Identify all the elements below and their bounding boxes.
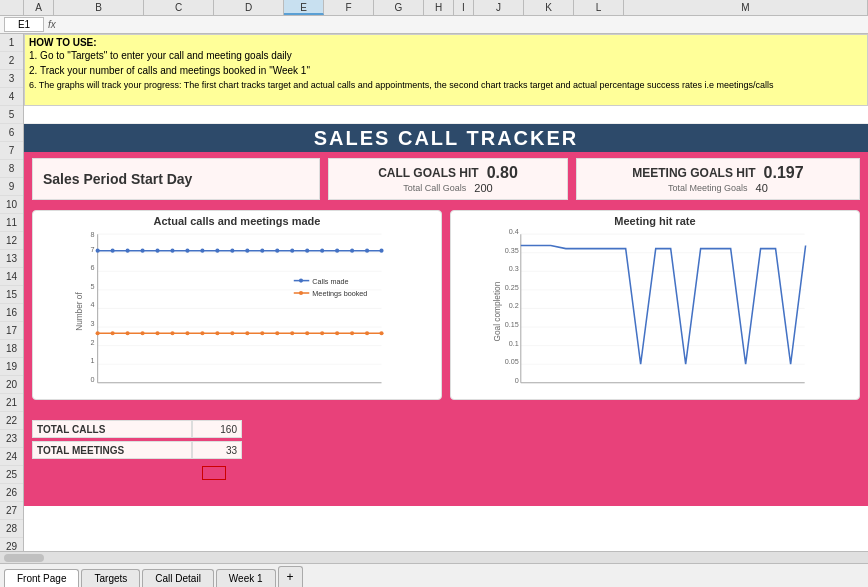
row-9: 9 [0, 178, 23, 196]
column-headers: A B C D E F G H I J K L M [0, 0, 868, 16]
svg-text:16: 16 [319, 387, 326, 389]
total-meetings-value: 33 [192, 441, 242, 459]
charts-section: Actual calls and meetings made Number of… [24, 206, 868, 406]
tab-call-detail[interactable]: Call Detail [142, 569, 214, 587]
svg-text:0.3: 0.3 [509, 264, 519, 273]
svg-text:14: 14 [289, 387, 296, 389]
howto-line-3: 6. The graphs will track your progress: … [29, 78, 863, 93]
svg-text:0.4: 0.4 [509, 229, 519, 236]
svg-point-35 [290, 249, 294, 253]
svg-text:2: 2 [534, 387, 538, 389]
tab-week1[interactable]: Week 1 [216, 569, 276, 587]
svg-point-34 [275, 249, 279, 253]
stats-section: Sales Period Start Day CALL GOALS HIT 0.… [24, 152, 868, 206]
row-4: 4 [0, 88, 23, 106]
meeting-goals-label: MEETING GOALS HIT [632, 166, 755, 180]
col-F: F [324, 0, 374, 15]
svg-point-33 [260, 249, 264, 253]
svg-text:4: 4 [141, 387, 145, 389]
svg-text:14: 14 [712, 387, 719, 389]
col-I: I [454, 0, 474, 15]
right-chart-title: Meeting hit rate [455, 215, 855, 227]
header-corner [0, 0, 24, 15]
svg-text:5: 5 [91, 282, 95, 291]
svg-point-26 [155, 249, 159, 253]
tab-targets[interactable]: Targets [81, 569, 140, 587]
row-8: 8 [0, 160, 23, 178]
svg-point-58 [335, 331, 339, 335]
svg-text:1: 1 [91, 356, 95, 365]
row-18: 18 [0, 340, 23, 358]
svg-point-87 [299, 291, 303, 295]
svg-text:9: 9 [639, 387, 643, 389]
svg-point-60 [365, 331, 369, 335]
row-27: 27 [0, 502, 23, 520]
svg-text:16: 16 [742, 387, 749, 389]
svg-text:20: 20 [802, 387, 809, 389]
svg-point-40 [365, 249, 369, 253]
col-K: K [524, 0, 574, 15]
row-16: 16 [0, 304, 23, 322]
svg-text:2: 2 [111, 387, 115, 389]
col-G: G [374, 0, 424, 15]
meeting-goals-box: MEETING GOALS HIT 0.197 Total Meeting Go… [576, 158, 860, 200]
row-25: 25 [0, 466, 23, 484]
svg-text:7: 7 [186, 387, 190, 389]
formula-bar: fx [0, 16, 868, 34]
scrollbar-area[interactable] [0, 551, 868, 563]
left-chart-svg: Number of 0 1 2 3 4 5 6 7 8 9 [37, 229, 437, 389]
svg-point-36 [305, 249, 309, 253]
svg-text:Calls made: Calls made [312, 277, 348, 286]
svg-text:0.35: 0.35 [505, 246, 519, 255]
col-B: B [54, 0, 144, 15]
left-chart-box: Actual calls and meetings made Number of… [32, 210, 442, 400]
svg-point-61 [379, 331, 383, 335]
col-M: M [624, 0, 868, 15]
svg-point-49 [200, 331, 204, 335]
col-A: A [24, 0, 54, 15]
total-calls-row: TOTAL CALLS 160 [32, 419, 860, 438]
right-chart-svg: Goal completion 0 0.05 0.1 0.15 0.2 0.25… [455, 229, 855, 389]
svg-text:17: 17 [757, 387, 764, 389]
scrollbar-thumb[interactable] [4, 554, 44, 562]
row-7: 7 [0, 142, 23, 160]
call-goals-sublabel: Total Call Goals [403, 183, 466, 193]
row-22: 22 [0, 412, 23, 430]
svg-text:9: 9 [216, 387, 220, 389]
cell-reference[interactable] [4, 17, 44, 32]
total-meetings-label: TOTAL MEETINGS [32, 441, 192, 459]
call-goals-label: CALL GOALS HIT [378, 166, 478, 180]
svg-text:6: 6 [594, 387, 598, 389]
tab-front-page[interactable]: Front Page [4, 569, 79, 587]
svg-text:15: 15 [304, 387, 311, 389]
svg-text:17: 17 [334, 387, 341, 389]
row-14: 14 [0, 268, 23, 286]
call-goals-value: 0.80 [487, 164, 518, 182]
svg-point-51 [230, 331, 234, 335]
col-E: E [284, 0, 324, 15]
svg-point-50 [215, 331, 219, 335]
call-goals-box: CALL GOALS HIT 0.80 Total Call Goals 200 [328, 158, 568, 200]
svg-point-54 [275, 331, 279, 335]
svg-text:19: 19 [787, 387, 794, 389]
svg-point-42 [96, 331, 100, 335]
small-rectangle[interactable] [202, 466, 226, 480]
svg-point-22 [96, 249, 100, 253]
svg-text:18: 18 [772, 387, 779, 389]
svg-point-46 [155, 331, 159, 335]
svg-point-27 [170, 249, 174, 253]
call-goals-subvalue: 200 [474, 182, 492, 194]
svg-point-48 [185, 331, 189, 335]
svg-point-32 [245, 249, 249, 253]
svg-point-30 [215, 249, 219, 253]
svg-point-29 [200, 249, 204, 253]
svg-text:1: 1 [96, 387, 100, 389]
meeting-goals-sublabel: Total Meeting Goals [668, 183, 748, 193]
svg-text:Goal completion: Goal completion [493, 281, 502, 341]
row-17: 17 [0, 322, 23, 340]
svg-point-47 [170, 331, 174, 335]
tab-add-button[interactable]: + [278, 566, 303, 587]
row-24: 24 [0, 448, 23, 466]
svg-text:12: 12 [682, 387, 689, 389]
svg-point-52 [245, 331, 249, 335]
